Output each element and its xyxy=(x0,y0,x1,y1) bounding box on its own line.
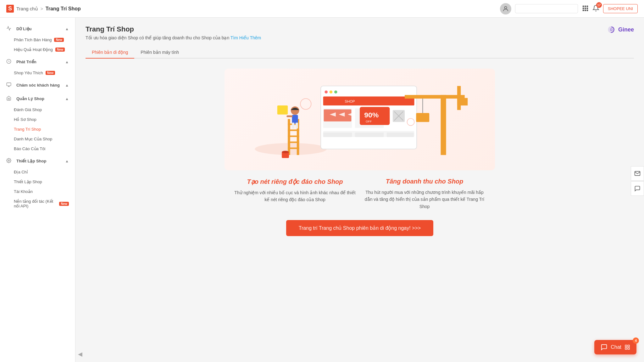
sidebar-item-danh-gia-shop[interactable]: Đánh Giá Shop xyxy=(0,105,75,115)
main-content: Ginee Trang Trí Shop Tối ưu hóa giao diệ… xyxy=(75,18,644,362)
svg-rect-44 xyxy=(296,122,298,128)
tab-may-tinh[interactable]: Phiên bản máy tính xyxy=(134,47,185,59)
svg-point-17 xyxy=(330,90,333,93)
avatar[interactable] xyxy=(500,3,511,14)
svg-rect-24 xyxy=(324,109,352,121)
svg-point-18 xyxy=(334,90,337,93)
right-action-mail[interactable] xyxy=(631,166,644,181)
svg-point-57 xyxy=(282,151,289,153)
shopee-s-icon: S xyxy=(6,5,14,13)
chevron-up-icon: ▲ xyxy=(65,97,69,101)
features: Tạo nét riêng độc đáo cho Shop Thử nghiệ… xyxy=(234,178,486,210)
feature-1-desc: Thử nghiệm với nhiều bố cục và hình ảnh … xyxy=(234,189,356,203)
sidebar-item-label: Phân Tích Bán Hàng xyxy=(14,37,52,42)
sidebar-item-label: Trang Trí Shop xyxy=(14,127,41,132)
sidebar-section-header-phat-trien[interactable]: Phát Triển ▲ xyxy=(0,56,75,68)
right-action-support[interactable] xyxy=(631,181,644,196)
badge-new: New xyxy=(46,71,55,75)
tabs: Phiên bản di động Phiên bản máy tính xyxy=(86,47,634,59)
illustration-area: SHOP 90% OFF xyxy=(225,69,495,170)
sidebar-item-ho-so-shop[interactable]: Hồ Sơ Shop xyxy=(0,115,75,124)
tab-di-dong[interactable]: Phiên bản di động xyxy=(86,47,134,59)
feature-1: Tạo nét riêng độc đáo cho Shop Thử nghiệ… xyxy=(234,178,356,210)
sidebar-item-phan-tich-ban-hang[interactable]: Phân Tích Bán Hàng New xyxy=(0,35,75,45)
svg-rect-45 xyxy=(286,116,292,117)
sidebar-section-header-thiet-lap[interactable]: Thiết Lập Shop ▲ xyxy=(0,155,75,167)
sidebar-item-label: Tài Khoản xyxy=(14,189,33,194)
svg-text:SHOP: SHOP xyxy=(345,99,355,103)
sidebar-item-label: Địa Chỉ xyxy=(14,170,28,174)
sidebar: Dữ Liệu ▲ Phân Tích Bán Hàng New Hiệu Qu… xyxy=(0,18,75,362)
sidebar-item-shop-yeu-thich[interactable]: Shop Yêu Thích New xyxy=(0,68,75,78)
breadcrumb-current: Trang Trí Shop xyxy=(46,6,81,12)
chevron-up-icon: ▲ xyxy=(65,83,69,88)
chat-button[interactable]: Chat 4 xyxy=(594,340,636,354)
ginee-logo: Ginee xyxy=(607,25,634,34)
svg-rect-2 xyxy=(585,6,586,7)
sidebar-item-label: Báo Cáo Của Tôi xyxy=(14,146,45,151)
sidebar-item-tai-khoan[interactable]: Tài Khoản xyxy=(0,187,75,196)
growth-icon xyxy=(6,59,14,65)
sidebar-section-label-phat-trien: Phát Triển xyxy=(16,59,36,64)
svg-rect-9 xyxy=(586,10,588,11)
sidebar-item-danh-muc-cua-shop[interactable]: Danh Mục Của Shop xyxy=(0,134,75,144)
apps-icon[interactable] xyxy=(582,5,589,13)
sidebar-item-trang-tri-shop[interactable]: Trang Trí Shop xyxy=(0,124,75,134)
sidebar-section-header-cham-soc[interactable]: Chăm sóc khách hàng ▲ xyxy=(0,79,75,91)
svg-rect-39 xyxy=(288,142,299,143)
svg-rect-46 xyxy=(277,105,288,115)
page-title: Trang Trí Shop xyxy=(86,25,634,33)
sidebar-item-label: Hiệu Quả Hoạt Động xyxy=(14,47,53,52)
svg-rect-37 xyxy=(288,129,299,131)
svg-rect-59 xyxy=(355,133,384,137)
svg-rect-5 xyxy=(585,8,586,9)
sidebar-item-bao-cao-cua-toi[interactable]: Báo Cáo Của Tôi xyxy=(0,144,75,154)
sidebar-section-header-quan-ly[interactable]: Quản Lý Shop ▲ xyxy=(0,93,75,105)
sidebar-item-label: Hồ Sơ Shop xyxy=(14,117,36,122)
sidebar-section-du-lieu: Dữ Liệu ▲ Phân Tích Bán Hàng New Hiệu Qu… xyxy=(0,23,75,54)
support-icon xyxy=(6,82,14,88)
search-input[interactable] xyxy=(515,4,578,13)
sidebar-section-header-du-lieu[interactable]: Dữ Liệu ▲ xyxy=(0,23,75,35)
cta-button[interactable]: Trang trí Trang chủ Shop phiên bản di độ… xyxy=(286,220,433,236)
sidebar-item-nen-tang-doi-tac[interactable]: Nền tảng đối tác (Kết nối API) New xyxy=(0,196,75,211)
scroll-indicator[interactable]: ◀ xyxy=(75,349,85,359)
sidebar-item-dia-chi[interactable]: Địa Chỉ xyxy=(0,167,75,177)
sidebar-item-label: Đánh Giá Shop xyxy=(14,107,42,112)
svg-rect-62 xyxy=(628,345,630,347)
sidebar-section-cham-soc: Chăm sóc khách hàng ▲ xyxy=(0,79,75,91)
feature-2-desc: Thu hút người mua với những chương trình… xyxy=(364,189,486,210)
svg-rect-38 xyxy=(288,135,299,137)
shopee-uni-button[interactable]: SHOPEE UNI xyxy=(603,4,638,13)
svg-rect-47 xyxy=(441,95,446,155)
svg-rect-58 xyxy=(323,133,352,137)
notification-bell[interactable]: 17 xyxy=(592,5,599,13)
feature-2-title: Tăng doanh thu cho Shop xyxy=(364,178,486,185)
svg-rect-43 xyxy=(292,122,295,128)
svg-rect-4 xyxy=(583,8,584,9)
chat-badge: 4 xyxy=(633,337,639,344)
chevron-up-icon: ▲ xyxy=(65,159,69,163)
svg-text:90%: 90% xyxy=(364,111,379,119)
sidebar-section-phat-trien: Phát Triển ▲ Shop Yêu Thích New xyxy=(0,56,75,78)
settings-icon xyxy=(6,158,14,164)
badge-new: New xyxy=(55,48,65,52)
sidebar-item-label: Shop Yêu Thích xyxy=(14,71,43,75)
svg-point-55 xyxy=(300,99,311,109)
sidebar-item-thiet-lap-shop[interactable]: Thiết Lập Shop xyxy=(0,177,75,187)
sidebar-item-hieu-qua-hoat-dong[interactable]: Hiệu Quả Hoạt Động New xyxy=(0,45,75,54)
breadcrumb-home[interactable]: Trang chủ xyxy=(16,6,38,12)
logo[interactable]: S xyxy=(6,5,14,13)
breadcrumb-separator: > xyxy=(41,6,43,11)
cta-wrap: Trang trí Trang chủ Shop phiên bản di độ… xyxy=(86,220,634,236)
learn-more-link[interactable]: Tìm Hiểu Thêm xyxy=(230,35,261,40)
illustration-svg: SHOP 90% OFF xyxy=(231,75,489,163)
sidebar-section-label-du-lieu: Dữ Liệu xyxy=(16,26,32,31)
sidebar-section-label-cham-soc: Chăm sóc khách hàng xyxy=(16,83,60,88)
sidebar-item-label: Thiết Lập Shop xyxy=(14,179,42,184)
svg-rect-6 xyxy=(586,8,588,9)
sidebar-section-quan-ly: Quản Lý Shop ▲ Đánh Giá Shop Hồ Sơ Shop … xyxy=(0,93,75,154)
chat-label: Chat xyxy=(611,344,621,350)
svg-point-12 xyxy=(8,160,9,161)
sidebar-item-label: Nền tảng đối tác (Kết nối API) xyxy=(14,199,57,208)
